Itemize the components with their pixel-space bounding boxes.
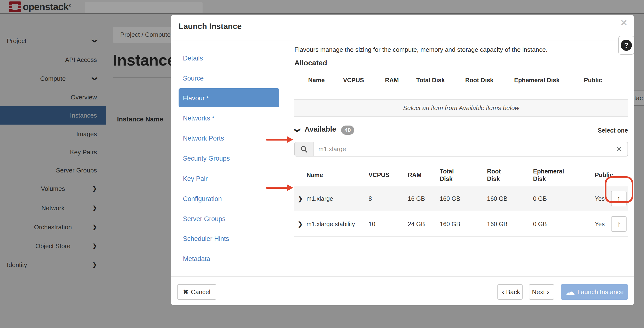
search-icon	[300, 145, 308, 153]
screen: openstack® Project❯ API Access Compute❯ …	[0, 0, 644, 328]
tab-details[interactable]: Details	[183, 53, 203, 64]
col-vcpus: VCPUS	[368, 171, 389, 179]
modal-title: Launch Instance	[178, 22, 242, 31]
col-ephemeral-disk: Ephemeral Disk	[514, 77, 560, 84]
tab-security-groups[interactable]: Security Groups	[183, 153, 230, 164]
flavour-ram: 24 GB	[408, 220, 425, 227]
flavour-public: Yes	[595, 195, 605, 202]
next-button[interactable]: Next ›	[529, 284, 554, 300]
flavour-vcpus: 10	[368, 220, 375, 227]
collapse-chevron-icon[interactable]: ❯	[294, 128, 301, 133]
back-angle-icon: ‹	[502, 288, 504, 296]
col-total-disk: Total Disk	[440, 168, 463, 183]
col-total-disk: Total Disk	[416, 77, 445, 84]
allocated-empty-message: Select an item from Available items belo…	[294, 99, 628, 117]
available-section-header: ❯ Available 40 Select one	[294, 125, 628, 136]
required-asterisk: *	[207, 95, 209, 101]
col-ram: RAM	[385, 77, 399, 84]
col-name: Name	[306, 171, 323, 179]
flavour-name: m1.xlarge	[306, 194, 358, 203]
col-name: Name	[308, 77, 325, 84]
annotation-arrowhead-row	[287, 184, 293, 191]
col-vcpus: VCPUS	[343, 77, 364, 84]
tab-metadata[interactable]: Metadata	[183, 254, 210, 264]
allocate-flavour-button[interactable]: ↑	[611, 216, 626, 232]
cloud-upload-icon: ☁ ↑	[565, 287, 575, 297]
flavour-total-disk: 160 GB	[440, 220, 460, 227]
flavour-total-disk: 160 GB	[440, 195, 460, 202]
flavour-public: Yes	[595, 220, 605, 227]
annotation-arrowhead-search	[287, 136, 293, 143]
col-root-disk: Root Disk	[487, 168, 510, 183]
search-button[interactable]	[295, 142, 314, 156]
annotation-arrow-row	[266, 187, 287, 189]
available-table-header: Name VCPUS RAM Total Disk Root Disk Ephe…	[294, 164, 628, 186]
flavour-step-content: Flavours manage the sizing for the compu…	[294, 40, 628, 276]
flavour-vcpus: 8	[368, 195, 372, 202]
close-icon[interactable]: ✕	[620, 18, 628, 28]
launch-instance-button[interactable]: ☁ ↑ Launch Instance	[561, 284, 628, 300]
tab-network-ports[interactable]: Network Ports	[183, 133, 224, 144]
up-arrow-icon: ↑	[617, 220, 621, 228]
tab-source[interactable]: Source	[183, 73, 204, 84]
clear-search-icon[interactable]: ✕	[610, 142, 628, 156]
flavour-ephemeral-disk: 0 GB	[533, 220, 547, 227]
expand-row-icon[interactable]: ❯	[298, 195, 303, 202]
table-row[interactable]: ❯ m1.xlarge.stability 10 24 GB 160 GB 16…	[294, 212, 628, 237]
available-heading: Available	[304, 125, 336, 133]
tab-networks[interactable]: Networks*	[183, 113, 214, 124]
col-ram: RAM	[408, 171, 422, 179]
flavour-ephemeral-disk: 0 GB	[533, 195, 547, 202]
flavour-root-disk: 160 GB	[487, 220, 508, 227]
annotation-arrow-search	[266, 139, 287, 141]
launch-instance-modal: Launch Instance ✕ ? Details Source Flavo…	[171, 15, 634, 305]
col-ephemeral-disk: Ephemeral Disk	[533, 168, 567, 183]
tab-flavour[interactable]: Flavour*	[183, 93, 209, 104]
flavour-name: m1.xlarge.stability	[306, 219, 358, 228]
table-row[interactable]: ❯ m1.xlarge 8 16 GB 160 GB 160 GB 0 GB Y…	[294, 186, 628, 211]
flavour-ram: 16 GB	[408, 195, 425, 202]
annotation-circle-allocate-button	[605, 176, 633, 203]
back-button[interactable]: ‹ Back	[498, 284, 522, 300]
cancel-x-icon: ✖	[183, 288, 188, 296]
col-root-disk: Root Disk	[465, 77, 494, 84]
allocated-table-header: Name VCPUS RAM Total Disk Root Disk Ephe…	[294, 77, 628, 86]
next-angle-icon: ›	[547, 288, 549, 296]
available-count-badge: 40	[341, 126, 354, 135]
tab-configuration[interactable]: Configuration	[183, 193, 222, 204]
select-hint: Select one	[598, 127, 628, 134]
required-asterisk: *	[212, 115, 214, 121]
flavour-root-disk: 160 GB	[487, 195, 508, 202]
allocated-heading: Allocated	[294, 59, 327, 67]
modal-footer-divider	[171, 276, 634, 277]
tab-server-groups[interactable]: Server Groups	[183, 214, 226, 224]
flavour-search-bar: ✕	[294, 142, 628, 157]
expand-row-icon[interactable]: ❯	[298, 220, 303, 227]
search-input[interactable]	[314, 142, 610, 156]
col-public: Public	[584, 77, 602, 84]
step-description: Flavours manage the sizing for the compu…	[294, 46, 548, 53]
cancel-button[interactable]: ✖ Cancel	[177, 284, 216, 300]
tab-scheduler-hints[interactable]: Scheduler Hints	[183, 233, 229, 244]
tab-key-pair[interactable]: Key Pair	[183, 173, 208, 184]
